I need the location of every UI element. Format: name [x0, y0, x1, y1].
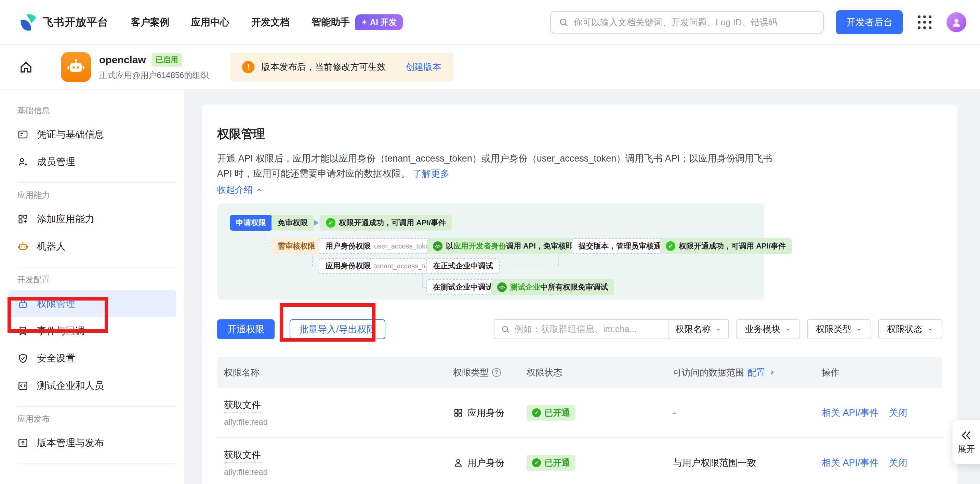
- divider: [17, 267, 176, 267]
- search-icon: [558, 17, 569, 27]
- scope-config-link[interactable]: 配置: [748, 367, 765, 379]
- filter-permission-type[interactable]: 权限类型: [807, 319, 871, 339]
- divider: [47, 58, 47, 76]
- close-permission-link[interactable]: 关闭: [889, 457, 907, 469]
- chevron-down-icon: [927, 326, 934, 333]
- ai-dev-badge[interactable]: ✦ AI 开发: [355, 14, 403, 30]
- api-debug-icon: </>: [433, 241, 442, 251]
- chevron-down-icon: [784, 326, 791, 333]
- user-avatar[interactable]: [947, 12, 966, 32]
- sidebar-item-permissions[interactable]: 权限管理: [8, 290, 176, 317]
- flow-connector: [422, 287, 426, 288]
- app-header-bar: openclaw 已启用 正式应用@用户614856的组织 ! 版本发布后，当前…: [0, 45, 980, 89]
- flow-node-test-free: </> 测试企业中所有权限免审调试: [491, 279, 614, 295]
- version-warning-banner: ! 版本发布后，当前修改方可生效 创建版本: [230, 53, 453, 81]
- flow-node-no-review: 免审权限: [272, 215, 314, 231]
- app-status-badge: 已启用: [151, 53, 182, 67]
- related-api-link[interactable]: 相关 API/事件: [822, 457, 879, 469]
- nav-item-assistant[interactable]: 智能助手: [312, 16, 350, 29]
- flow-connector: [265, 246, 272, 246]
- bookmark-add-icon: [17, 325, 29, 337]
- page-description: 开通 API 权限后，应用才能以应用身份（tenant_access_token…: [217, 151, 775, 181]
- divider: [17, 182, 176, 183]
- help-icon[interactable]: ?: [492, 368, 501, 377]
- learn-more-link[interactable]: 了解更多: [413, 168, 450, 179]
- sidebar-item-members[interactable]: 成员管理: [0, 148, 184, 176]
- permission-flow-diagram: 申请权限 免审权限 ✓ 权限开通成功，可调用 API/事件 需审核权限 用户身份…: [217, 203, 764, 300]
- permissions-table: 权限名称 权限类型 ? 权限状态 可访问的数据范围 配置 操作 获取文件: [217, 357, 942, 484]
- status-badge: ✓ 已开通: [527, 455, 576, 471]
- cell-permission-type: 应用身份: [446, 407, 520, 419]
- flow-node-need-review: 需审核权限: [272, 238, 321, 254]
- nav-item-cases[interactable]: 客户案例: [131, 16, 169, 29]
- feishu-logo[interactable]: 飞书开放平台: [19, 13, 108, 32]
- check-icon: ✓: [666, 241, 675, 251]
- flow-node-test-debug: 在测试企业中调试: [426, 279, 500, 295]
- cell-permission-status: ✓ 已开通: [520, 455, 666, 471]
- chevron-up-icon: [255, 186, 263, 194]
- cell-permission-type: 用户身份: [446, 457, 520, 469]
- expand-panel-button[interactable]: 展开: [953, 420, 980, 464]
- chevron-down-icon: [856, 326, 862, 333]
- close-permission-link[interactable]: 关闭: [889, 407, 907, 419]
- create-version-link[interactable]: 创建版本: [406, 61, 441, 73]
- developer-console-button[interactable]: 开发者后台: [836, 10, 903, 34]
- app-meta: openclaw 已启用 正式应用@用户614856的组织: [99, 53, 208, 81]
- sidebar-item-events[interactable]: 事件与回调: [0, 317, 184, 345]
- batch-import-export-button[interactable]: 批量导入/导出权限: [290, 319, 385, 339]
- sidebar-item-add-capability[interactable]: 添加应用能力: [0, 205, 184, 233]
- table-row: 获取文件 aily:file:read 应用身份 ✓ 已开通: [217, 388, 942, 438]
- col-permission-status: 权限状态: [520, 367, 666, 379]
- filter-permission-status[interactable]: 权限状态: [878, 319, 942, 339]
- global-search-input[interactable]: [573, 17, 816, 28]
- flow-arrow-icon: [314, 220, 319, 225]
- shield-check-icon: [17, 353, 29, 364]
- permission-search-input[interactable]: [514, 324, 662, 334]
- sidebar-item-label: 版本管理与发布: [37, 436, 104, 449]
- flow-node-success-2: ✓ 权限开通成功，可调用 API/事件: [660, 238, 792, 254]
- sidebar-item-version-release[interactable]: 版本管理与发布: [0, 429, 184, 457]
- cell-permission-status: ✓ 已开通: [520, 405, 666, 421]
- nav-items: 客户案例 应用中心 开发文档 智能助手: [131, 16, 350, 29]
- permissions-toolbar: 开通权限 批量导入/导出权限 权限名称: [217, 319, 942, 339]
- sidebar-item-security[interactable]: 安全设置: [0, 345, 184, 372]
- flow-node-apply: 申请权限: [230, 215, 272, 231]
- sidebar-item-label: 事件与回调: [37, 324, 85, 337]
- nav-item-app-center[interactable]: 应用中心: [191, 16, 229, 29]
- related-api-link[interactable]: 相关 API/事件: [822, 407, 879, 419]
- sidebar-section-capability: 应用能力: [17, 190, 184, 201]
- chevron-right-icon: [769, 369, 776, 376]
- sidebar-item-test-enterprise[interactable]: 测试企业和人员: [0, 372, 184, 399]
- app-icon-robot: [61, 52, 91, 82]
- code-icon: [17, 380, 29, 391]
- global-search-box[interactable]: [550, 11, 824, 34]
- col-permission-name: 权限名称: [217, 367, 446, 379]
- user-add-icon: [17, 156, 29, 168]
- cell-data-scope: -: [666, 407, 815, 418]
- filter-permission-name[interactable]: 权限名称: [669, 323, 728, 335]
- apps-grid-icon[interactable]: [918, 15, 931, 29]
- nav-item-docs[interactable]: 开发文档: [251, 16, 290, 29]
- sidebar-item-label: 机器人: [37, 240, 66, 253]
- sidebar-item-credentials[interactable]: 凭证与基础信息: [0, 121, 184, 148]
- filter-business-module[interactable]: 业务模块: [736, 319, 800, 339]
- search-icon: [501, 324, 510, 334]
- home-icon[interactable]: [19, 60, 33, 74]
- sidebar-item-label: 添加应用能力: [37, 212, 94, 225]
- cell-actions: 相关 API/事件 关闭: [815, 457, 942, 469]
- sidebar-section-release: 应用发布: [17, 414, 184, 425]
- collapse-intro-link[interactable]: 收起介绍: [217, 184, 263, 196]
- robot-icon: [17, 241, 29, 252]
- sidebar-item-bot[interactable]: 机器人: [0, 233, 184, 260]
- upload-icon: [17, 437, 29, 449]
- sidebar-item-label: 权限管理: [37, 297, 75, 310]
- permission-search-box: 权限名称: [494, 319, 729, 339]
- check-icon: ✓: [532, 458, 541, 467]
- api-debug-icon: </>: [497, 283, 507, 292]
- lock-icon: [17, 298, 29, 310]
- check-icon: ✓: [532, 408, 541, 417]
- open-permission-button[interactable]: 开通权限: [217, 319, 275, 339]
- double-chevron-left-icon: [961, 430, 972, 441]
- sidebar-section-dev-config: 开发配置: [17, 274, 184, 285]
- id-card-icon: [17, 129, 29, 141]
